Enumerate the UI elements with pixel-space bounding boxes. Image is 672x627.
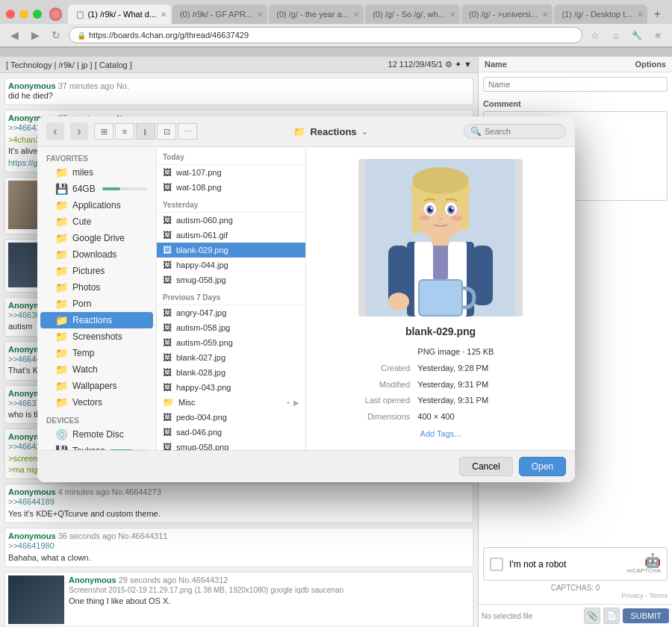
dialog-title: 📁 Reactions ⌄ [203,126,458,137]
captcha-widget[interactable]: I'm not a robot 🤖 reCAPTCHA [483,547,668,581]
attach-icon[interactable]: 📎 [584,608,600,624]
file-item-happy044[interactable]: 🖼 happy-044.jpg [157,258,305,272]
file-item-blank027[interactable]: 🖼 blank-027.jpg [157,350,305,365]
tab-close-1[interactable]: ✕ [257,10,263,19]
file-item-misc[interactable]: 📁 Misc ⚬ ▶ [157,395,305,410]
sidebar-item-wallpapers[interactable]: 📁 Wallpapers [40,378,153,394]
svg-point-19 [452,215,462,221]
bookmark-button[interactable]: ☆ [587,27,603,43]
view-list[interactable]: ≡ [115,123,134,140]
tab-close-3[interactable]: ✕ [449,10,455,19]
file-icon[interactable]: 📄 [603,608,620,624]
recaptcha-label: reCAPTCHA [627,567,661,574]
tab-2[interactable]: (0) /g/ - the year a... ✕ [269,4,364,24]
file-list: Today 🖼 wat-107.png 🖼 wat-108.png Yester… [157,147,306,450]
minimize-button[interactable] [19,10,28,19]
sidebar-item-watch[interactable]: 📁 Watch [40,361,153,378]
view-columns[interactable]: ⫿ [136,123,155,140]
file-item-wat107[interactable]: 🖼 wat-107.png [157,165,305,180]
sidebar-item-google-drive[interactable]: 📁 Google Drive [40,230,153,246]
svg-point-16 [431,207,433,209]
menu-button[interactable]: ≡ [650,27,666,43]
reload-button[interactable]: ↻ [48,27,64,43]
post-11: Anonymous 29 seconds ago No.46644312 Scr… [4,572,473,626]
extension-button[interactable]: 🔧 [629,27,645,43]
file-item-autism061[interactable]: 🖼 autism-061.gif [157,228,305,243]
close-button[interactable] [6,10,15,19]
svg-point-22 [388,293,409,311]
tab-close-2[interactable]: ✕ [353,10,359,19]
back-button[interactable]: ◀ [6,27,22,43]
view-cover[interactable]: ⊡ [157,123,176,140]
file-item-blank029[interactable]: 🖼 blank-029.png [157,243,305,258]
title-dropdown-arrow[interactable]: ⌄ [361,128,367,136]
tab-3[interactable]: (0) /g/ - So /g/, wh... ✕ [365,4,460,24]
add-tags-link[interactable]: Add Tags... [420,429,461,438]
sidebar-item-porn[interactable]: 📁 Porn [40,296,153,312]
maximize-button[interactable] [33,10,42,19]
file-item-smug058b[interactable]: 🖼 smug-058.png [157,440,305,450]
file-item-autism060[interactable]: 🖼 autism-060.png [157,213,305,228]
preview-image [358,159,523,316]
dialog-toolbar: ‹ › ⊞ ≡ ⫿ ⊡ ⋯ 📁 Reactions ⌄ 🔍 [37,116,575,147]
browser-icon [49,7,62,21]
tab-close-5[interactable]: ✕ [637,10,643,19]
tab-4[interactable]: (0) /g/ - >universi... ✕ [461,4,553,24]
file-item-blank028[interactable]: 🖼 blank-028.jpg [157,365,305,380]
file-item-sad046[interactable]: 🖼 sad-046.png [157,425,305,440]
privacy-terms: Privacy - Terms [483,592,668,599]
tab-close-4[interactable]: ✕ [542,10,548,19]
sidebar-item-reactions[interactable]: 📁 Reactions [40,312,153,328]
preview-panel: blank-029.png PNG image · 125 KB Created… [306,147,575,450]
sidebar-item-vectors[interactable]: 📁 Vectors [40,394,153,411]
comment-label: Comment [479,99,672,108]
file-item-happy043[interactable]: 🖼 happy-043.png [157,380,305,395]
post-author: Anonymous [8,81,56,90]
submit-button[interactable]: SUBMIT [623,608,669,623]
svg-point-17 [452,207,454,209]
sidebar-item-downloads[interactable]: 📁 Downloads [40,246,153,263]
form-header: Name Options [479,57,672,72]
tab-close[interactable]: ✕ [161,10,167,19]
view-icon[interactable]: ⊞ [94,123,113,140]
cancel-button[interactable]: Cancel [459,457,512,476]
sidebar-item-tsukasa[interactable]: 💾 Tsukasa [40,443,153,450]
secure-icon: 🔒 [77,31,86,40]
file-item-autism058[interactable]: 🖼 autism-058.jpg [157,320,305,335]
captcha-checkbox[interactable] [490,558,503,571]
file-item-pedo004[interactable]: 🖼 pedo-004.png [157,410,305,425]
sidebar-item-pictures[interactable]: 📁 Pictures [40,263,153,279]
file-dialog-sidebar: Favorites 📁 miles 💾 64GB 📁 Applic [37,147,157,450]
new-tab-button[interactable]: + [649,5,666,23]
sidebar-item-remote-disc[interactable]: 💿 Remote Disc [40,426,153,443]
view-more[interactable]: ⋯ [178,123,197,140]
dialog-forward-button[interactable]: › [70,122,88,140]
forward-button[interactable]: ▶ [27,27,43,43]
preview-filename: blank-029.png [405,325,476,337]
tab-5[interactable]: (1) /g/ - Desktop t... ✕ [554,4,647,24]
file-item-angry047[interactable]: 🖼 angry-047.jpg [157,305,305,320]
captcha-privacy: CAPTCHAS: 0 [483,584,668,592]
sidebar-item-temp[interactable]: 📁 Temp [40,345,153,361]
sidebar-item-photos[interactable]: 📁 Photos [40,279,153,296]
tab-1[interactable]: (0) /r9k/ - GF APR... ✕ [172,4,267,24]
file-item-wat108[interactable]: 🖼 wat-108.png [157,180,305,195]
dialog-back-button[interactable]: ‹ [46,122,64,140]
folder-icon: 📁 [293,126,305,137]
sidebar-item-cute[interactable]: 📁 Cute [40,213,153,230]
sidebar-item-miles[interactable]: 📁 miles [40,164,153,181]
url-bar[interactable]: 🔒 https://boards.4chan.org/g/thread/4663… [69,27,582,43]
sidebar-item-screenshots[interactable]: 📁 Screenshots [40,328,153,345]
dialog-footer: Cancel Open [37,450,575,482]
open-button[interactable]: Open [519,457,566,476]
dialog-search[interactable]: 🔍 [464,124,566,139]
search-input[interactable] [485,127,559,136]
tab-active[interactable]: 📋 (1) /r9k/ - What d... ✕ [68,4,171,24]
sidebar-item-64gb[interactable]: 💾 64GB [40,181,153,197]
sidebar-item-applications[interactable]: 📁 Applications [40,197,153,213]
file-item-smug058[interactable]: 🖼 smug-058.jpg [157,272,305,287]
post-10: Anonymous 36 seconds ago No.46644311 >>4… [4,528,473,567]
name-input[interactable] [483,77,668,92]
home-button[interactable]: ⌂ [608,27,624,43]
file-item-autism059[interactable]: 🖼 autism-059.png [157,335,305,350]
